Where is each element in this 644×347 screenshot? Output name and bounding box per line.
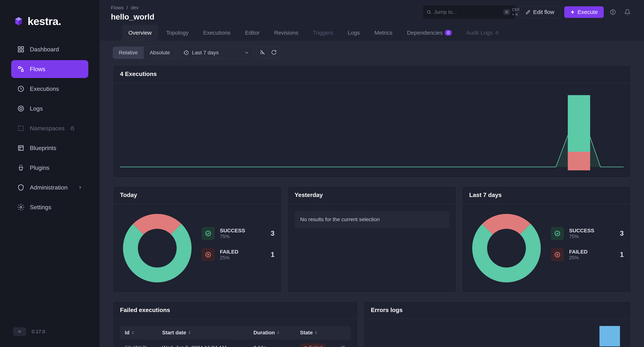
refresh-icon: [271, 49, 277, 55]
sidebar-item-label: Settings: [30, 204, 52, 211]
chart-bar: [568, 95, 590, 170]
sort-icon: [188, 331, 191, 335]
th-state[interactable]: State: [300, 330, 346, 336]
tab-overview[interactable]: Overview: [122, 25, 158, 41]
sidebar-item-flows[interactable]: Flows: [11, 60, 88, 78]
sidebar-item-blueprints[interactable]: Blueprints: [11, 139, 88, 157]
edit-flow-button[interactable]: Edit flow: [520, 6, 560, 18]
th-start-date[interactable]: Start date: [162, 330, 254, 336]
svg-marker-42: [315, 333, 317, 334]
pencil-icon: [526, 10, 530, 14]
sidebar-item-label: Blueprints: [30, 145, 56, 152]
tab-dependencies[interactable]: Dependencies0: [401, 25, 458, 41]
week-donut-chart: [469, 211, 544, 285]
bell-icon: [624, 9, 630, 15]
state-badge: Failed: [300, 343, 326, 347]
check-circle-icon: [202, 227, 215, 240]
svg-rect-12: [18, 126, 23, 130]
namespaces-icon: [17, 125, 24, 132]
svg-marker-41: [315, 331, 317, 332]
date-range-select[interactable]: Last 7 days: [179, 46, 254, 59]
sidebar-item-administration[interactable]: Administration: [11, 179, 88, 196]
svg-rect-4: [22, 47, 24, 49]
absolute-toggle[interactable]: Absolute: [144, 47, 176, 59]
sidebar-item-settings[interactable]: Settings: [11, 198, 88, 216]
tab-editor[interactable]: Editor: [239, 25, 266, 41]
tab-topology[interactable]: Topology: [160, 25, 195, 41]
svg-rect-5: [18, 50, 20, 52]
th-id[interactable]: Id: [125, 330, 162, 336]
tab-executions[interactable]: Executions: [197, 25, 237, 41]
failed-dot-icon: [304, 346, 307, 347]
svg-line-19: [430, 13, 431, 14]
executions-panel-title: 4 Executions: [113, 65, 631, 83]
breadcrumb-dev[interactable]: dev: [131, 5, 139, 10]
edit-flow-label: Edit flow: [533, 9, 554, 15]
notifications-button[interactable]: [622, 7, 633, 17]
breadcrumb-flows[interactable]: Flows: [111, 5, 124, 10]
relative-toggle[interactable]: Relative: [113, 47, 144, 59]
row-details-button[interactable]: [340, 345, 346, 347]
tab-revisions[interactable]: Revisions: [268, 25, 305, 41]
tab-logs[interactable]: Logs: [342, 25, 366, 41]
chart-line-overlay: [120, 90, 624, 167]
cell-id: 6VxHWj2L: [125, 345, 162, 347]
legend-failed: FAILED 25% 1: [202, 248, 274, 261]
admin-icon: [17, 184, 24, 191]
legend-success: SUCCESS 75% 3: [551, 227, 624, 240]
lock-icon: [495, 31, 499, 35]
x-circle-icon: [551, 248, 564, 261]
sidebar-item-namespaces[interactable]: Namespaces: [11, 119, 88, 137]
time-mode-toggle: Relative Absolute: [113, 46, 176, 59]
cell-date: Wed, Jun 5, 2024 11:34 AM: [162, 345, 254, 347]
tab-triggers[interactable]: Triggers: [306, 25, 340, 41]
svg-rect-13: [71, 128, 74, 130]
execute-label: Execute: [578, 9, 598, 15]
svg-marker-36: [132, 333, 134, 334]
blueprints-icon: [17, 144, 24, 152]
sidebar-item-dashboard[interactable]: Dashboard: [11, 40, 88, 58]
no-results-message: No results for the current selection: [294, 211, 449, 228]
sort-icon: [314, 331, 318, 335]
svg-rect-3: [18, 47, 20, 49]
th-duration[interactable]: Duration: [254, 330, 300, 336]
refresh-button[interactable]: [268, 46, 280, 58]
search-box[interactable]: ⌘ Ctrl/Cmd + K: [422, 5, 516, 19]
logo[interactable]: kestra.: [0, 0, 100, 37]
today-title: Today: [113, 186, 282, 204]
sidebar-item-label: Executions: [30, 85, 59, 92]
sidebar-item-logs[interactable]: Logs: [11, 100, 88, 117]
sidebar-item-label: Plugins: [30, 164, 50, 171]
sidebar-item-executions[interactable]: Executions: [11, 80, 88, 98]
today-panel: Today SUCCESS: [113, 186, 282, 293]
svg-marker-38: [189, 333, 190, 334]
help-button[interactable]: [608, 7, 618, 17]
check-circle-icon: [551, 227, 564, 240]
search-icon: [426, 10, 432, 14]
tab-audit-logs[interactable]: Audit Logs: [460, 25, 505, 41]
yesterday-panel: Yesterday No results for the current sel…: [287, 186, 456, 293]
table-row[interactable]: 6VxHWj2L Wed, Jun 5, 2024 11:34 AM 2.16s…: [120, 339, 351, 347]
week-title: Last 7 days: [462, 186, 631, 204]
flows-icon: [17, 65, 24, 73]
svg-point-11: [20, 107, 22, 110]
executions-icon: [17, 85, 24, 92]
page-title: hello_world: [111, 12, 154, 21]
main: Flows / dev hello_world ⌘ Ctrl/Cmd + K: [100, 0, 644, 347]
version-label: 0.17.0: [32, 329, 45, 335]
svg-rect-22: [496, 32, 498, 34]
filter-bar: Relative Absolute Last 7 days: [113, 46, 631, 59]
sidebar-item-label: Administration: [30, 184, 68, 191]
svg-rect-7: [18, 67, 20, 68]
sidebar-item-label: Namespaces: [30, 125, 65, 132]
logo-text: kestra.: [28, 15, 61, 27]
errors-mini-chart: [371, 326, 624, 347]
svg-point-10: [18, 106, 24, 111]
search-input[interactable]: [434, 9, 501, 15]
sidebar-item-plugins[interactable]: Plugins: [11, 159, 88, 177]
chart-toggle-button[interactable]: [256, 46, 268, 58]
week-panel: Last 7 days SUCCESS: [462, 186, 631, 293]
tab-metrics[interactable]: Metrics: [368, 25, 399, 41]
collapse-sidebar-button[interactable]: [13, 327, 26, 336]
execute-button[interactable]: Execute: [564, 6, 604, 18]
